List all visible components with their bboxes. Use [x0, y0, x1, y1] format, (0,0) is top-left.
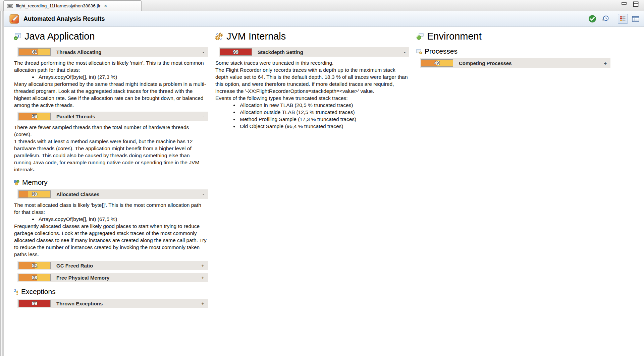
score-bar: 61 — [18, 48, 51, 56]
collapse-toggle[interactable]: - — [202, 114, 205, 119]
restore-icon[interactable] — [633, 1, 639, 7]
column-java-application: J Java Application 61 Threads Allocating… — [13, 27, 208, 311]
detail-text: The most allocated class is likely 'byte… — [14, 201, 208, 216]
detail-bullet-list: Arrays.copyOf(byte[], int) (67,5 %) — [14, 216, 208, 223]
detail-text: The Flight Recorder only records traces … — [215, 66, 409, 95]
bullet-item: Method Profiling Sample (17,3 % truncate… — [239, 116, 409, 123]
result-row-allocated-classes[interactable]: 30 Allocated Classes - — [17, 189, 208, 199]
result-label: Stackdepth Setting — [258, 49, 403, 55]
score-bar: 58 — [18, 113, 51, 120]
score-bar: 49 — [421, 59, 453, 67]
detail-text: Events of the following types have trunc… — [215, 95, 409, 102]
result-row-parallel-threads[interactable]: 58 Parallel Threads - — [17, 112, 208, 121]
expand-toggle[interactable]: + — [200, 263, 205, 269]
expand-toggle[interactable]: + — [200, 301, 205, 306]
detail-bullet-list: Allocation in new TLAB (20,5 % truncated… — [215, 102, 409, 130]
header-toolbar — [587, 13, 641, 24]
svg-text:J: J — [14, 289, 16, 293]
time-range-selection-icon[interactable] — [600, 14, 610, 24]
score-bar: 52 — [18, 262, 51, 269]
detail-text: There are fewer sampled threads than the… — [14, 124, 208, 138]
result-label: Threads Allocating — [56, 49, 202, 55]
score-value: 49 — [421, 60, 453, 66]
result-row-free-physical-memory[interactable]: 58 Free Physical Memory + — [17, 273, 208, 282]
result-detail: The most allocated class is likely 'byte… — [14, 201, 208, 258]
score-value: 30 — [19, 191, 50, 197]
bullet-item: Old Object Sample (96,4 % truncated trac… — [239, 123, 409, 130]
automated-analysis-icon — [9, 14, 19, 24]
window-left-edge — [0, 11, 4, 356]
collapse-toggle[interactable]: - — [202, 49, 205, 55]
collapse-toggle[interactable]: - — [403, 49, 407, 55]
tab-title: flight_recording_11Harnessjython38836.jf… — [16, 3, 101, 8]
jvm-internals-icon — [215, 32, 223, 41]
flight-recording-icon — [7, 4, 13, 8]
subheading-memory: Memory — [13, 178, 208, 186]
minimize-icon[interactable] — [622, 1, 627, 6]
result-label: Free Physical Memory — [56, 275, 200, 281]
bullet-item: Arrays.copyOf(byte[], int) (67,5 %) — [38, 216, 208, 223]
score-bar: 99 — [18, 300, 51, 307]
column-title: Java Application — [24, 31, 95, 42]
result-ok-icon[interactable] — [587, 14, 597, 24]
memory-icon — [13, 179, 20, 186]
result-row-competing-processes[interactable]: 49 Competing Processes + — [420, 58, 610, 68]
bullet-item: Allocation outside TLAB (12,5 % truncate… — [239, 109, 409, 116]
subheading-exceptions: J Exceptions — [13, 288, 208, 296]
column-heading: Environment — [416, 31, 610, 42]
column-jvm-internals: JVM Internals 99 Stackdepth Setting - So… — [215, 27, 409, 133]
subheading-title: Memory — [22, 178, 48, 186]
result-row-thrown-exceptions[interactable]: 99 Thrown Exceptions + — [17, 299, 208, 308]
processes-icon — [416, 49, 422, 54]
detail-text: 1 threads with at least 4 method samples… — [14, 138, 208, 173]
editor-tab-bar: flight_recording_11Harnessjython38836.jf… — [0, 0, 644, 11]
result-detail: The thread performing the most allocatio… — [14, 59, 208, 109]
result-label: GC Freed Ratio — [56, 263, 200, 269]
bullet-item: Allocation in new TLAB (20,5 % truncated… — [239, 102, 409, 109]
result-detail: There are fewer sampled threads than the… — [14, 124, 208, 173]
result-label: Competing Processes — [459, 60, 603, 66]
subheading-processes: Processes — [416, 47, 610, 55]
detail-text: The thread performing the most allocatio… — [14, 59, 208, 73]
toolbar-separator — [614, 14, 614, 23]
score-value: 99 — [19, 301, 50, 306]
window-controls — [622, 1, 639, 7]
page-title: Automated Analysis Results — [23, 15, 105, 22]
result-row-stackdepth-setting[interactable]: 99 Stackdepth Setting - — [219, 47, 409, 57]
result-label: Allocated Classes — [56, 191, 202, 197]
score-bar: 58 — [18, 274, 51, 281]
expand-toggle[interactable]: + — [200, 275, 205, 281]
tab-close-icon[interactable]: ✕ — [104, 4, 107, 8]
result-label: Parallel Threads — [56, 114, 202, 119]
column-environment: Environment Processes 49 Competing Proce… — [416, 27, 610, 70]
expand-toggle[interactable]: + — [603, 60, 608, 66]
page-header: Automated Analysis Results — [4, 11, 644, 27]
java-application-icon: J — [13, 33, 21, 41]
score-value: 58 — [19, 275, 50, 280]
score-value: 99 — [220, 49, 252, 55]
subheading-title: Processes — [425, 47, 458, 55]
result-row-threads-allocating[interactable]: 61 Threads Allocating - — [17, 47, 208, 57]
environment-icon — [416, 33, 424, 41]
score-value: 58 — [19, 114, 50, 119]
column-heading: JVM Internals — [215, 31, 409, 42]
score-bar: 99 — [220, 48, 252, 56]
column-title: Environment — [427, 31, 482, 42]
detail-bullet-list: Arrays.copyOf(byte[], int) (27,3 %) — [14, 73, 208, 80]
collapse-toggle[interactable]: - — [202, 191, 205, 197]
detail-text: Many allocations performed by the same t… — [14, 80, 208, 109]
score-value: 61 — [19, 49, 50, 55]
column-title: JVM Internals — [226, 31, 286, 42]
bullet-item: Arrays.copyOf(byte[], int) (27,3 %) — [38, 73, 208, 80]
result-label: Thrown Exceptions — [56, 301, 200, 306]
exceptions-icon: J — [13, 289, 19, 295]
subheading-title: Exceptions — [21, 288, 56, 296]
score-value: 52 — [19, 263, 50, 268]
result-row-gc-freed-ratio[interactable]: 52 GC Freed Ratio + — [17, 261, 208, 270]
editor-tab[interactable]: flight_recording_11Harnessjython38836.jf… — [3, 0, 142, 11]
column-heading: J Java Application — [13, 31, 208, 42]
detail-text: Some stack traces were truncated in this… — [215, 59, 409, 66]
detail-text: Frequently allocated classes are likely … — [14, 223, 208, 258]
table-view-icon[interactable] — [631, 14, 641, 24]
report-view-icon[interactable] — [618, 14, 628, 24]
